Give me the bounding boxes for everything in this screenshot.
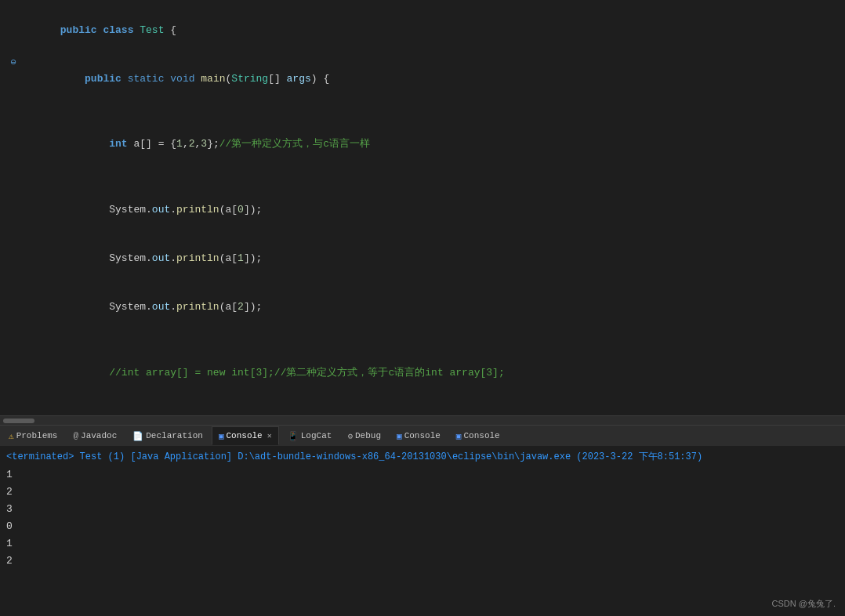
horizontal-scrollbar[interactable] — [0, 415, 845, 425]
tab-javadoc[interactable]: @ Javadoc — [66, 426, 124, 445]
tab-problems-label: Problems — [16, 431, 58, 440]
tab-problems[interactable]: ⚠ Problems — [2, 426, 64, 445]
tab-console3-label: Console — [463, 431, 499, 440]
tab-console2-label: Console — [404, 431, 441, 440]
code-line-9 — [0, 332, 845, 349]
tab-javadoc-label: Javadoc — [81, 431, 117, 440]
doc-icon: 📄 — [132, 431, 143, 441]
output-line-3: 3 — [6, 501, 839, 518]
line-content-7: System.out.println(a[1]); — [24, 234, 839, 283]
output-line-6: 2 — [6, 553, 839, 570]
line-content-4: int a[] = {1,2,3};//第一种定义方式，与c语言一样 — [24, 121, 839, 169]
debug-icon: ⚙ — [347, 431, 353, 441]
code-line-10: //int array[] = new int[3];//第二种定义方式，等于c… — [0, 349, 845, 397]
line-content-8: System.out.println(a[2]); — [24, 284, 839, 332]
tab-logcat-label: LogCat — [301, 431, 332, 440]
close-icon[interactable]: ✕ — [267, 431, 272, 440]
line-content-10: //int array[] = new int[3];//第二种定义方式，等于c… — [24, 349, 839, 397]
output-line-1: 1 — [6, 466, 839, 484]
tab-console[interactable]: ▣ Console ✕ — [212, 426, 279, 445]
logcat-icon: 📱 — [288, 431, 299, 441]
line-content-9 — [24, 332, 839, 349]
code-line-5 — [0, 169, 845, 186]
gutter-2: ⊖ — [6, 56, 20, 71]
tab-console3[interactable]: ▣ Console — [449, 426, 507, 445]
tab-logcat[interactable]: 📱 LogCat — [281, 426, 339, 445]
console3-icon: ▣ — [456, 431, 462, 441]
tab-bar: ⚠ Problems @ Javadoc 📄 Declaration ▣ Con… — [0, 425, 845, 447]
code-line-2: ⊖ public static void main(String[] args)… — [0, 55, 845, 103]
watermark: CSDN @兔兔了. — [772, 598, 836, 610]
line-content-5 — [24, 169, 839, 186]
output-line-4: 0 — [6, 518, 839, 535]
output-line-2: 2 — [6, 484, 839, 501]
code-editor[interactable]: public class Test { ⊖ public static void… — [0, 0, 845, 415]
tab-console-label: Console — [227, 431, 263, 440]
tab-declaration-label: Declaration — [146, 431, 203, 440]
code-line-7: System.out.println(a[1]); — [0, 234, 845, 283]
code-line-4: int a[] = {1,2,3};//第一种定义方式，与c语言一样 — [0, 121, 845, 169]
tab-console2[interactable]: ▣ Console — [390, 426, 448, 445]
tab-debug[interactable]: ⚙ Debug — [340, 426, 388, 445]
warning-icon: ⚠ — [9, 431, 14, 441]
tab-debug-label: Debug — [355, 431, 381, 440]
console-header: <terminated> Test (1) [Java Application]… — [6, 450, 839, 463]
scrollbar-thumb[interactable] — [3, 419, 34, 423]
code-line-11: int array[] = null; — [0, 397, 845, 415]
bottom-panel: ⚠ Problems @ Javadoc 📄 Declaration ▣ Con… — [0, 425, 845, 602]
code-line-1: public class Test { — [0, 6, 845, 55]
line-content-1: public class Test { — [24, 6, 839, 55]
line-content-6: System.out.println(a[0]); — [24, 186, 839, 234]
console-panel: <terminated> Test (1) [Java Application]… — [0, 447, 845, 602]
line-content-3 — [24, 104, 839, 121]
code-line-3 — [0, 104, 845, 121]
code-line-8: System.out.println(a[2]); — [0, 284, 845, 332]
console-output: 1 2 3 0 1 2 — [6, 466, 839, 571]
tab-declaration[interactable]: 📄 Declaration — [125, 426, 210, 445]
line-content-11: int array[] = null; — [24, 397, 839, 415]
console2-icon: ▣ — [397, 431, 402, 441]
output-line-5: 1 — [6, 535, 839, 553]
line-content-2: public static void main(String[] args) { — [24, 55, 839, 103]
at-icon: @ — [73, 431, 78, 440]
console-icon: ▣ — [219, 431, 224, 441]
code-line-6: System.out.println(a[0]); — [0, 186, 845, 234]
